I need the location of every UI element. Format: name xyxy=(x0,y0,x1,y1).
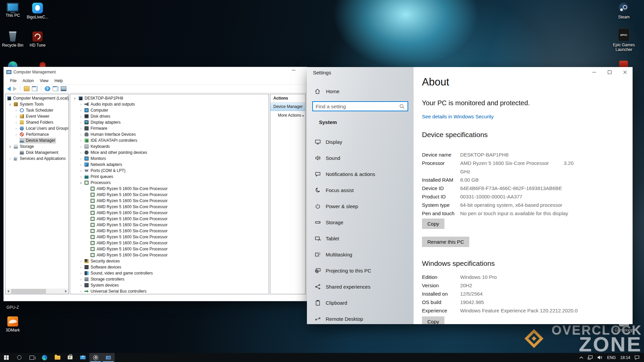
tree-item[interactable]: › Services and Applications xyxy=(5,156,68,162)
device-tree-item[interactable]: AMD Ryzen 5 1600 Six-Core Processor xyxy=(70,192,269,198)
nav-item-display[interactable]: Display xyxy=(307,134,414,150)
start-button[interactable] xyxy=(0,353,13,362)
device-tree-item[interactable]: › Universal Serial Bus controllers xyxy=(70,288,269,294)
device-tree-item[interactable]: › Network adapters xyxy=(70,162,269,168)
expand-chevron-icon[interactable]: ∨ xyxy=(7,102,13,107)
device-tree-item[interactable]: › Monitors xyxy=(70,156,269,162)
device-tree-item[interactable]: AMD Ryzen 5 1600 Six-Core Processor xyxy=(70,228,269,234)
copy-device-specs-button[interactable]: Copy xyxy=(422,219,444,229)
expand-chevron-icon[interactable]: › xyxy=(13,120,19,124)
device-tree-item[interactable]: › Storage controllers xyxy=(70,276,269,282)
copy-windows-specs-button[interactable]: Copy xyxy=(422,316,444,324)
device-tree-item[interactable]: › Audio inputs and outputs xyxy=(70,101,269,107)
expand-chevron-icon[interactable]: › xyxy=(77,271,84,275)
scroll-left-arrow[interactable] xyxy=(5,289,11,294)
expand-chevron-icon[interactable]: › xyxy=(77,163,84,167)
device-tree-item[interactable]: AMD Ryzen 5 1600 Six-Core Processor xyxy=(70,222,269,228)
tree-item[interactable]: › Event Viewer xyxy=(5,113,68,119)
expand-chevron-icon[interactable]: › xyxy=(7,157,13,161)
device-tree-item[interactable]: AMD Ryzen 5 1600 Six-Core Processor xyxy=(70,216,269,222)
device-tree-item[interactable]: AMD Ryzen 5 1600 Six-Core Processor xyxy=(70,246,269,252)
minimize-button[interactable] xyxy=(586,67,602,77)
desktop-icon-3dmark[interactable]: 3DMark xyxy=(0,316,25,333)
device-tree-item[interactable]: › Software devices xyxy=(70,264,269,270)
expand-chevron-icon[interactable]: › xyxy=(77,108,84,112)
close-button[interactable] xyxy=(617,67,633,77)
expand-chevron-icon[interactable]: › xyxy=(77,157,84,161)
nav-item-projecting[interactable]: Projecting to this PC xyxy=(307,262,414,279)
device-tree-item[interactable]: › Security devices xyxy=(70,258,269,264)
search-input[interactable] xyxy=(316,104,399,109)
nav-item-shared-experiences[interactable]: Shared experiences xyxy=(307,279,414,295)
device-tree-item[interactable]: › Ports (COM & LPT) xyxy=(70,168,269,174)
scroll-right-arrow[interactable] xyxy=(63,289,68,294)
expand-chevron-icon[interactable]: › xyxy=(77,277,84,281)
device-tree-item[interactable]: AMD Ryzen 5 1600 Six-Core Processor xyxy=(70,234,269,240)
properties-icon[interactable] xyxy=(53,86,58,91)
device-tree-item[interactable]: AMD Ryzen 5 1600 Six-Core Processor xyxy=(70,252,269,258)
windows-security-link[interactable]: See details in Windows Security xyxy=(422,114,493,119)
menu-item[interactable]: Help xyxy=(52,78,66,84)
expand-chevron-icon[interactable]: ∨ xyxy=(77,181,84,185)
store-taskbar-button[interactable] xyxy=(64,353,76,362)
device-tree-item[interactable]: › Sound, video and game controllers xyxy=(70,270,269,276)
expand-chevron-icon[interactable]: › xyxy=(77,114,84,118)
desktop-icon-recycle-bin[interactable]: Recycle Bin xyxy=(0,32,25,48)
rename-pc-button[interactable]: Rename this PC xyxy=(422,237,469,247)
expand-chevron-icon[interactable]: › xyxy=(77,169,84,173)
expand-chevron-icon[interactable]: › xyxy=(77,126,84,130)
device-tree-item[interactable]: AMD Ryzen 5 1600 Six-Core Processor xyxy=(70,204,269,210)
mail-taskbar-button[interactable] xyxy=(76,353,89,362)
nav-item-clipboard[interactable]: Clipboard xyxy=(307,295,414,311)
desktop-icon-this-pc[interactable]: This PC xyxy=(0,3,25,18)
more-actions-item[interactable]: More Actions ▸ xyxy=(270,111,305,120)
nav-item-focus-assist[interactable]: Focus assist xyxy=(307,182,414,198)
expand-chevron-icon[interactable]: ∨ xyxy=(71,96,78,101)
device-tree-item[interactable]: › Mice and other pointing devices xyxy=(70,149,269,156)
tray-chevron-icon[interactable] xyxy=(579,356,583,359)
device-tree-item[interactable]: AMD Ryzen 5 1600 Six-Core Processor xyxy=(70,210,269,216)
nav-item-storage[interactable]: Storage xyxy=(307,214,414,230)
device-tree-item[interactable]: › Human Interface Devices xyxy=(70,131,269,137)
minimize-button[interactable] xyxy=(292,70,296,70)
device-tree-item[interactable]: › IDE ATA/ATAPI controllers xyxy=(70,137,269,143)
device-tree-item[interactable]: › Disk drives xyxy=(70,113,269,119)
export-list-icon[interactable] xyxy=(24,86,30,91)
nav-item-sound[interactable]: Sound xyxy=(307,150,414,166)
tree-item[interactable]: ∨ System Tools xyxy=(5,101,68,107)
expand-chevron-icon[interactable]: › xyxy=(13,108,19,112)
expand-chevron-icon[interactable]: › xyxy=(13,126,19,130)
menu-item[interactable]: File xyxy=(7,78,19,84)
desktop-icon-bigolive[interactable]: BigoLiveC... xyxy=(25,3,50,19)
device-tree-item[interactable]: AMD Ryzen 5 1600 Six-Core Processor xyxy=(70,186,269,192)
nav-item-tablet[interactable]: Tablet xyxy=(307,230,414,246)
tree-item[interactable]: Device Manager xyxy=(5,137,68,143)
nav-item-multitasking[interactable]: Multitasking xyxy=(307,246,414,262)
forward-arrow-icon[interactable] xyxy=(13,86,17,91)
search-button[interactable] xyxy=(13,353,25,362)
expand-chevron-icon[interactable]: ∨ xyxy=(7,144,13,149)
tree-item[interactable]: › Task Scheduler xyxy=(5,107,68,113)
device-tree-item[interactable]: AMD Ryzen 5 1600 Six-Core Processor xyxy=(70,198,269,204)
action-center-icon[interactable] xyxy=(635,355,639,360)
expand-chevron-icon[interactable]: › xyxy=(77,150,84,155)
device-tree-item[interactable]: AMD Ryzen 5 1600 Six-Core Processor xyxy=(70,240,269,246)
desktop-icon-gpuz[interactable]: GPU-Z xyxy=(0,304,25,310)
desktop-icon-hd-tune[interactable]: HD Tune xyxy=(25,32,50,48)
back-arrow-icon[interactable] xyxy=(7,86,11,91)
clock[interactable]: 18:14 xyxy=(620,355,630,360)
desktop-icon-epic-games[interactable]: EPIC Epic Games Launcher xyxy=(611,28,637,52)
device-tree-item[interactable]: ∨ Processors xyxy=(70,180,269,186)
expand-chevron-icon[interactable]: › xyxy=(77,289,84,293)
tree-item[interactable]: › Shared Folders xyxy=(5,119,68,125)
settings-search-box[interactable] xyxy=(312,101,408,111)
expand-chevron-icon[interactable]: › xyxy=(77,102,84,106)
title-bar[interactable]: Computer Management xyxy=(4,67,307,77)
console-window-icon[interactable] xyxy=(61,86,66,91)
device-tree-item[interactable]: ∨ DESKTOP-BAP1PH8 xyxy=(70,95,269,101)
tree-item[interactable]: Disk Management xyxy=(5,149,68,156)
menu-item[interactable]: Action xyxy=(19,78,37,84)
expand-chevron-icon[interactable]: › xyxy=(77,144,84,148)
horizontal-scrollbar[interactable] xyxy=(5,289,68,294)
menu-item[interactable]: View xyxy=(37,78,52,84)
